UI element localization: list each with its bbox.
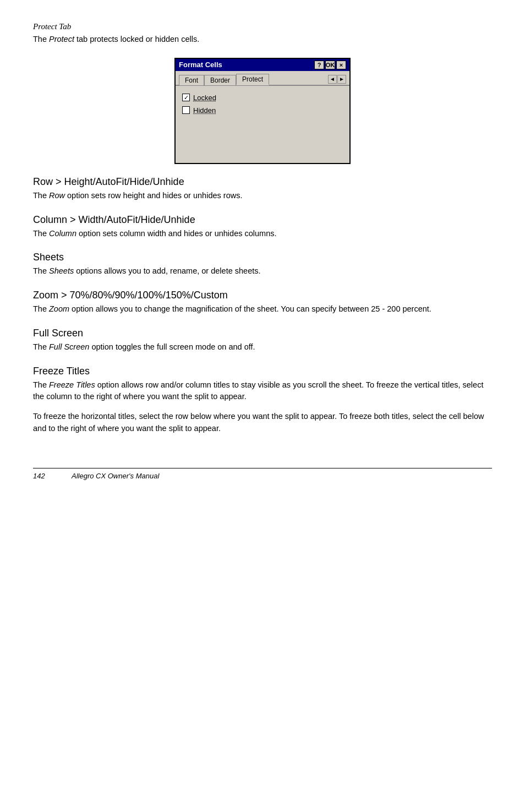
tab-font[interactable]: Font (179, 75, 204, 85)
titlebar-buttons: ? OK × (314, 61, 346, 69)
dialog-body: ✓ Locked Hidden (176, 86, 349, 163)
zoom-section: Zoom > 70%/80%/90%/100%/150%/Custom The … (33, 290, 492, 315)
column-heading: Column > Width/AutoFit/Hide/Unhide (33, 214, 492, 226)
tab-scroll-arrows: ◄ ► (328, 75, 346, 85)
freeze-heading: Freeze Titles (33, 366, 492, 377)
dialog-title: Format Cells (179, 61, 222, 69)
dialog-container: Format Cells ? OK × Font Border Protect … (33, 58, 492, 164)
row-description: The Row option sets row height and hides… (33, 190, 492, 202)
hidden-checkbox-row: Hidden (182, 106, 343, 115)
zoom-heading: Zoom > 70%/80%/90%/100%/150%/Custom (33, 290, 492, 301)
help-button[interactable]: ? (314, 61, 324, 69)
freeze-section: Freeze Titles The Freeze Titles option a… (33, 366, 492, 435)
tab-scroll-left[interactable]: ◄ (328, 75, 337, 84)
zoom-description: The Zoom option allows you to change the… (33, 303, 492, 315)
tab-scroll-right[interactable]: ► (337, 75, 346, 84)
locked-label: Locked (193, 94, 216, 102)
row-heading: Row > Height/AutoFit/Hide/Unhide (33, 176, 492, 188)
protect-tab-description: The Protect tab protects locked or hidde… (33, 34, 492, 46)
sheets-description: The Sheets options allows you to add, re… (33, 265, 492, 277)
column-description: The Column option sets column width and … (33, 228, 492, 240)
tab-protect[interactable]: Protect (236, 74, 269, 85)
ok-button[interactable]: OK (325, 61, 335, 69)
freeze-extra: To freeze the horizontal titles, select … (33, 411, 492, 435)
tab-border[interactable]: Border (204, 75, 236, 85)
fullscreen-description: The Full Screen option toggles the full … (33, 341, 492, 353)
footer: 142 Allegro CX Owner's Manual (33, 468, 492, 480)
freeze-description: The Freeze Titles option allows row and/… (33, 379, 492, 404)
fullscreen-section: Full Screen The Full Screen option toggl… (33, 328, 492, 353)
hidden-checkbox[interactable] (182, 106, 190, 114)
sheets-section: Sheets The Sheets options allows you to … (33, 252, 492, 277)
dialog-titlebar: Format Cells ? OK × (176, 59, 349, 71)
page-content: Protect Tab The Protect tab protects loc… (33, 22, 492, 480)
section-title: Protect Tab (33, 22, 492, 31)
column-section: Column > Width/AutoFit/Hide/Unhide The C… (33, 214, 492, 240)
hidden-label: Hidden (193, 106, 216, 115)
locked-checkbox[interactable]: ✓ (182, 94, 190, 101)
locked-checkbox-row: ✓ Locked (182, 94, 343, 102)
row-section: Row > Height/AutoFit/Hide/Unhide The Row… (33, 176, 492, 202)
manual-title: Allegro CX Owner's Manual (72, 472, 159, 480)
sheets-heading: Sheets (33, 252, 492, 263)
protect-tab-section: Protect Tab The Protect tab protects loc… (33, 22, 492, 46)
page-number: 142 (33, 472, 55, 480)
format-cells-dialog: Format Cells ? OK × Font Border Protect … (174, 58, 351, 164)
dialog-tabs: Font Border Protect ◄ ► (176, 71, 349, 86)
close-button[interactable]: × (336, 61, 346, 69)
fullscreen-heading: Full Screen (33, 328, 492, 339)
